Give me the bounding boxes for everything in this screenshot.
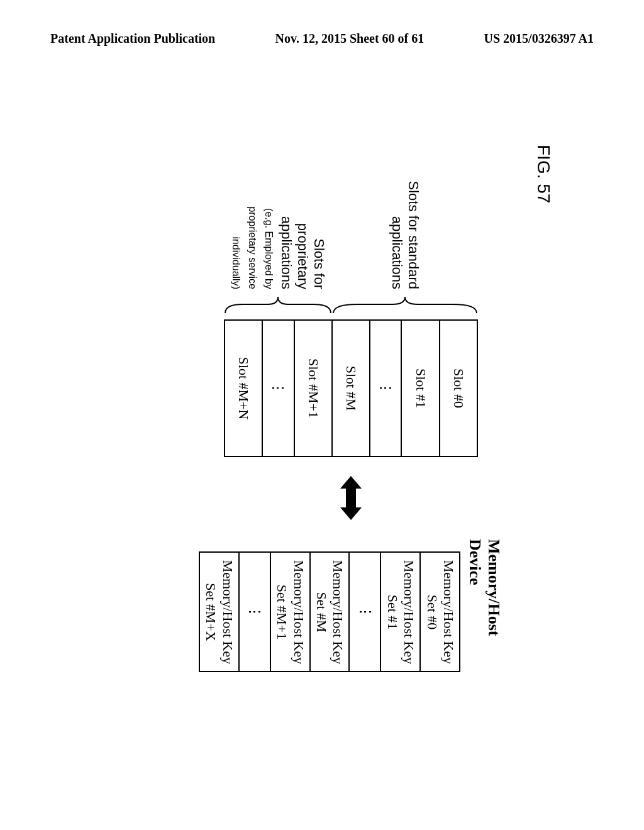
keyset-table: Memory/Host Key Set #0 Memory/Host Key S… xyxy=(199,551,460,672)
keyset-cell-dots: ⋮ xyxy=(349,552,380,672)
keyset-section: Memory/Host Device Memory/Host Key Set #… xyxy=(199,539,503,685)
slot-section: Slots for standard applications Slots fo… xyxy=(224,170,478,457)
slot-cell-dots: ⋮ xyxy=(370,320,401,456)
header-left: Patent Application Publication xyxy=(50,31,215,46)
proprietary-apps-label: Slots for proprietary applications (e.g.… xyxy=(229,170,327,296)
device-title: Memory/Host Device xyxy=(465,539,503,685)
slot-cell: Slot #M+1 xyxy=(294,320,332,456)
slot-cell-dots: ⋮ xyxy=(262,320,294,456)
keyset-cell: Memory/Host Key Set #M xyxy=(310,552,350,672)
figure-label: FIG. 57 xyxy=(533,145,553,203)
slot-cell: Slot #1 xyxy=(401,320,439,456)
slot-table: Slot #0 Slot #1 ⋮ Slot #M Slot #M+1 ⋮ Sl… xyxy=(224,319,478,457)
tables-area: Slots for standard applications Slots fo… xyxy=(199,170,503,685)
brace-icon xyxy=(332,296,478,314)
header-right: US 2015/0326397 A1 xyxy=(484,31,594,46)
keyset-cell: Memory/Host Key Set #0 xyxy=(420,552,460,672)
slot-cell: Slot #M xyxy=(332,320,370,456)
keyset-cell: Memory/Host Key Set #M+1 xyxy=(270,552,310,672)
brace-icon xyxy=(224,296,332,314)
slot-cell: Slot #0 xyxy=(440,320,477,456)
double-arrow-icon xyxy=(335,476,367,520)
svg-marker-0 xyxy=(340,476,362,520)
bracket-labels: Slots for standard applications Slots fo… xyxy=(224,170,478,314)
standard-apps-label: Slots for standard applications xyxy=(389,170,421,296)
keyset-cell: Memory/Host Key Set #1 xyxy=(380,552,420,672)
header-center: Nov. 12, 2015 Sheet 60 of 61 xyxy=(275,31,425,46)
keyset-cell: Memory/Host Key Set #M+X xyxy=(199,552,239,672)
page-header: Patent Application Publication Nov. 12, … xyxy=(0,0,644,58)
slot-cell: Slot #M+N xyxy=(225,320,262,456)
diagram: FIG. 57 Slots for standard applications … xyxy=(126,145,516,685)
arrow-column xyxy=(335,476,367,520)
keyset-cell-dots: ⋮ xyxy=(239,552,270,672)
